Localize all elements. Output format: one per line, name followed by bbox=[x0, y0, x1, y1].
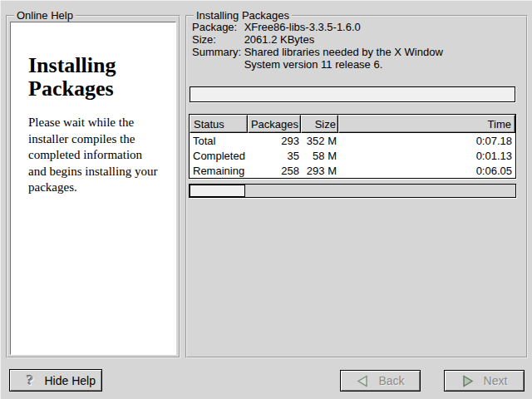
row-packages: 35 bbox=[248, 150, 301, 162]
row-size: 352 M bbox=[301, 135, 338, 147]
size-value: 2061.2 KBytes bbox=[244, 33, 315, 46]
hide-help-button[interactable]: ? Hide Help bbox=[9, 369, 102, 392]
row-size: 293 M bbox=[301, 165, 338, 177]
row-time: 0:06.05 bbox=[338, 165, 515, 177]
row-status: Remaining bbox=[190, 165, 248, 177]
total-progress-bar bbox=[189, 184, 516, 198]
package-info: Package: XFree86-libs-3.3.5-1.6.0 Size: … bbox=[192, 21, 459, 71]
row-packages: 293 bbox=[248, 135, 301, 147]
size-label: Size: bbox=[192, 33, 241, 46]
row-time: 0:07.18 bbox=[338, 135, 515, 147]
help-title: Installing Packages bbox=[28, 54, 153, 101]
package-progress-bar bbox=[190, 86, 515, 102]
table-row-completed: Completed 35 58 M 0:01.13 bbox=[190, 148, 515, 163]
installer-window: Online Help Installing Packages Please w… bbox=[0, 0, 532, 399]
package-field: Package: XFree86-libs-3.3.5-1.6.0 bbox=[192, 21, 459, 33]
back-button[interactable]: Back bbox=[340, 370, 421, 392]
next-button-label: Next bbox=[484, 374, 508, 387]
summary-field: Summary: Shared libraries needed by the … bbox=[192, 46, 459, 71]
installing-packages-frame-label: Installing Packages bbox=[194, 9, 292, 22]
size-field: Size: 2061.2 KBytes bbox=[192, 33, 459, 46]
hide-help-button-label: Hide Help bbox=[45, 374, 96, 387]
next-button[interactable]: Next bbox=[444, 370, 525, 392]
help-panel: Installing Packages Please wait while th… bbox=[10, 22, 176, 355]
right-arrow-icon bbox=[461, 375, 475, 387]
summary-label: Summary: bbox=[192, 46, 241, 58]
install-stats-table: Status Packages Size Time Total 293 352 … bbox=[189, 114, 516, 179]
column-header-status[interactable]: Status bbox=[190, 115, 248, 133]
total-progress-fill bbox=[190, 185, 245, 197]
online-help-frame-label: Online Help bbox=[14, 9, 76, 22]
question-mark-icon: ? bbox=[27, 373, 34, 387]
left-arrow-icon bbox=[356, 375, 369, 387]
column-header-size[interactable]: Size bbox=[301, 115, 338, 133]
summary-value: Shared libraries needed by the X Window … bbox=[244, 46, 459, 71]
column-header-time[interactable]: Time bbox=[338, 115, 515, 133]
package-label: Package: bbox=[192, 21, 241, 33]
table-row-remaining: Remaining 258 293 M 0:06.05 bbox=[190, 163, 515, 178]
row-status: Completed bbox=[190, 150, 248, 162]
help-body-text: Please wait while the installer compiles… bbox=[28, 115, 161, 196]
row-status: Total bbox=[190, 135, 248, 147]
table-header-row: Status Packages Size Time bbox=[190, 115, 515, 133]
package-value: XFree86-libs-3.3.5-1.6.0 bbox=[244, 21, 361, 33]
back-button-label: Back bbox=[378, 374, 404, 387]
column-header-packages[interactable]: Packages bbox=[248, 115, 301, 133]
row-packages: 258 bbox=[248, 165, 301, 177]
row-size: 58 M bbox=[301, 150, 338, 162]
table-row-total: Total 293 352 M 0:07.18 bbox=[190, 133, 515, 148]
row-time: 0:01.13 bbox=[338, 150, 515, 162]
